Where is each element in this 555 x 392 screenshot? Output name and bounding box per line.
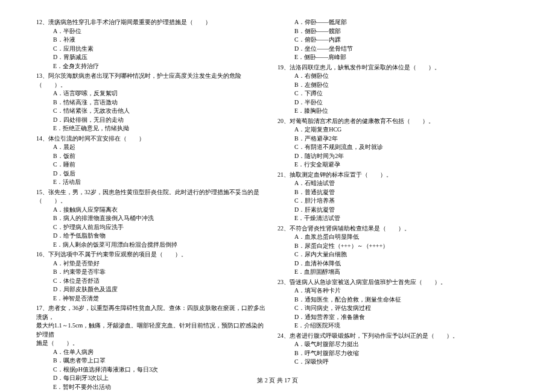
question-option: C．询问病史，评估发病过程 (278, 304, 507, 313)
question-text: 20、对葡萄胎清宫术后的患者的健康教育不包括（ ）。 (278, 117, 507, 126)
question-option: C．深吸快呼 (278, 358, 507, 367)
left-column: 12、溃疡病急性穿孔非手术治疗期间最重要的护理措施是（ ）A．半卧位B．补液C．… (36, 18, 278, 374)
question-option: D．给予低脂肪食物 (36, 232, 265, 241)
question-continuation: A．仰卧——骶尾部B．侧卧——髋部C．俯卧——内踝D．坐位——坐骨结节E．侧卧—… (278, 18, 507, 62)
question-text: 23、昏迷病人从急诊室被送入病室后值班护士首先应（ ）。 (278, 278, 507, 287)
question-option: A．右侧卧位 (278, 72, 507, 81)
question-option: B．呼气时腹部尽力收缩 (278, 349, 507, 358)
question-option: D．胃肠减压 (36, 53, 265, 62)
question-block: 22、不符合肾炎性肾病辅助检查结果是（ ）。A．血浆总蛋白明显降低B．尿蛋白定性… (278, 224, 507, 277)
question-option: D．四处徘徊，无目的走动 (36, 116, 265, 125)
question-option: C．护理病人前后均应洗手 (36, 223, 265, 232)
question-option: D．通知营养室，准备膳食 (278, 313, 507, 322)
question-text: 22、不符合肾炎性肾病辅助检查结果是（ ）。 (278, 224, 507, 233)
question-option: B．嘱患者带上口罩 (36, 356, 265, 365)
question-option: E．神智是否清楚 (36, 294, 265, 303)
question-option: A．血浆总蛋白明显降低 (278, 233, 507, 242)
question-option: E．行安全期避孕 (278, 160, 507, 169)
question-option: D．坐位——坐骨结节 (278, 45, 507, 54)
question-text: 14、体位引流的时间不宜安排在（ ） (36, 134, 265, 144)
question-option: B．尿蛋白定性（+++）～（++++） (278, 242, 507, 251)
right-column: A．仰卧——骶尾部B．侧卧——髋部C．俯卧——内踝D．坐位——坐骨结节E．侧卧—… (278, 18, 519, 374)
question-option: B．左侧卧位 (278, 81, 507, 90)
question-option: C．下蹲位 (278, 89, 507, 98)
question-option: A．定期复查HCG (278, 125, 507, 134)
question-text: 19、法洛四联症患儿，缺氧发作时宜采取的体位是（ ）。 (278, 63, 507, 72)
question-option: A．住单人病房 (36, 348, 265, 357)
question-option: E．干燥清洁试管 (278, 214, 507, 223)
question-option: E．暂时不要外出活动 (36, 383, 265, 392)
question-option: B．补液 (36, 36, 265, 45)
question-option: E．全身支持治疗 (36, 62, 265, 71)
question-option: A．接触病人应穿隔离衣 (36, 206, 265, 215)
question-option: D．肝素抗凝管 (278, 206, 507, 215)
question-option: B．约束带是否牢靠 (36, 268, 265, 277)
question-option: D．半卧位 (278, 98, 507, 107)
question-option: E．膝胸卧位 (278, 107, 507, 116)
question-option: A．吸气时腹部尽力挺出 (278, 340, 507, 349)
question-option: A．填写各种卡片 (278, 286, 507, 296)
question-block: 21、抽取测定血钾的标本应置于（ ）。A．石蜡油试管B．普通抗凝管C．胆汁培养基… (278, 171, 507, 223)
question-option: E．介绍医院环境 (278, 321, 507, 330)
question-block: 15、张先生，男，32岁，因患急性黄疸型肝炎住院。此时进行的护理措施不妥当的是（… (36, 188, 265, 250)
question-text: 15、张先生，男，32岁，因患急性黄疸型肝炎住院。此时进行的护理措施不妥当的是（… (36, 188, 265, 206)
question-option: A．晨起 (36, 143, 265, 152)
question-option: C．胆汁培养基 (278, 197, 507, 206)
question-block: 12、溃疡病急性穿孔非手术治疗期间最重要的护理措施是（ ）A．半卧位B．补液C．… (36, 18, 265, 71)
question-block: 16、下列选项中不属于约束带应观察的项目是（ ）。A．衬垫是否垫好B．约束带是否… (36, 250, 265, 303)
page-footer: 第 2 页 共 17 页 (257, 376, 298, 385)
question-block: 13、阿尔茨海默病患者出现下列哪种情况时，护士应高度关注发生走失的危险（ ）。A… (36, 72, 265, 133)
question-option: C．俯卧——内踝 (278, 36, 507, 45)
question-option: C．睡前 (36, 160, 265, 169)
question-option: C．应用抗生素 (36, 45, 265, 54)
question-option: C．根据pH值选择消毒液漱口，每日3次 (36, 365, 265, 375)
question-option: D．每日刷牙3次以上 (36, 374, 265, 383)
question-option: A．石蜡油试管 (278, 179, 507, 188)
question-option: A．语言啰嗦，反复絮叨 (36, 89, 265, 98)
question-option: A．仰卧——骶尾部 (278, 18, 507, 27)
question-text: 24、患者进行腹式呼吸锻炼时，下列动作应予以纠正的是（ ）。 (278, 332, 507, 341)
question-option: E．病人剩余的饭菜可用漂白粉混合搅拌后倒掉 (36, 241, 265, 250)
question-option: B．侧卧——髋部 (278, 27, 507, 36)
question-option: D．局部皮肤颜色及温度 (36, 285, 265, 294)
question-block: 23、昏迷病人从急诊室被送入病室后值班护士首先应（ ）。A．填写各种卡片B．通知… (278, 278, 507, 330)
question-block: 14、体位引流的时间不宜安排在（ ）A．晨起B．饭前C．睡前D．饭后E．活动后 (36, 134, 265, 187)
question-block: 17、患者女，36岁，以重型再生障碍性贫血入院。查体：四肢皮肤散在瘀斑，口腔多出… (36, 304, 265, 391)
question-option: B．情绪高涨，言语激动 (36, 98, 265, 107)
question-option: B．严格避孕2年 (278, 134, 507, 144)
question-block: 20、对葡萄胎清宫术后的患者的健康教育不包括（ ）。A．定期复查HCGB．严格避… (278, 117, 507, 169)
question-option: B．饭前 (36, 152, 265, 161)
question-option: A．半卧位 (36, 27, 265, 36)
question-option: E．活动后 (36, 178, 265, 187)
question-subtext: 施是（ ）。 (36, 339, 265, 348)
question-option: C．有阴道不规则流血，及时就诊 (278, 143, 507, 152)
question-block: 19、法洛四联症患儿，缺氧发作时宜采取的体位是（ ）。A．右侧卧位B．左侧卧位C… (278, 63, 507, 116)
question-option: B．通知医生，配合抢救，测量生命体征 (278, 296, 507, 305)
question-text: 21、抽取测定血钾的标本应置于（ ）。 (278, 171, 507, 180)
question-option: D．饭后 (36, 169, 265, 179)
question-option: C．尿内大量白细胞 (278, 250, 507, 259)
question-option: A．衬垫是否垫好 (36, 259, 265, 268)
question-option: D．血清补体降低 (278, 259, 507, 268)
question-block: 24、患者进行腹式呼吸锻炼时，下列动作应予以纠正的是（ ）。A．吸气时腹部尽力挺… (278, 332, 507, 367)
question-option: D．随访时间为2年 (278, 152, 507, 161)
question-option: E．拒绝正确意见，情绪执拗 (36, 124, 265, 133)
question-subtext: 最大约1.1～1.5cm，触痛，牙龈渗血。咽部轻度充血。针对目前情况，预防口腔感… (36, 321, 265, 339)
question-text: 12、溃疡病急性穿孔非手术治疗期间最重要的护理措施是（ ） (36, 18, 265, 27)
question-option: C．体位是否舒适 (36, 277, 265, 286)
question-option: E．侧卧——肩峰部 (278, 53, 507, 62)
question-option: B．病人的排泄物直接倒入马桶中冲洗 (36, 214, 265, 223)
question-text: 16、下列选项中不属于约束带应观察的项目是（ ）。 (36, 250, 265, 259)
question-option: C．情绪紧张，无故攻击他人 (36, 107, 265, 116)
question-text: 13、阿尔茨海默病患者出现下列哪种情况时，护士应高度关注发生走失的危险（ ）。 (36, 72, 265, 89)
question-text: 17、患者女，36岁，以重型再生障碍性贫血入院。查体：四肢皮肤散在瘀斑，口腔多出… (36, 304, 265, 321)
question-option: B．普通抗凝管 (278, 188, 507, 197)
question-option: E．血胆固醇增高 (278, 268, 507, 277)
